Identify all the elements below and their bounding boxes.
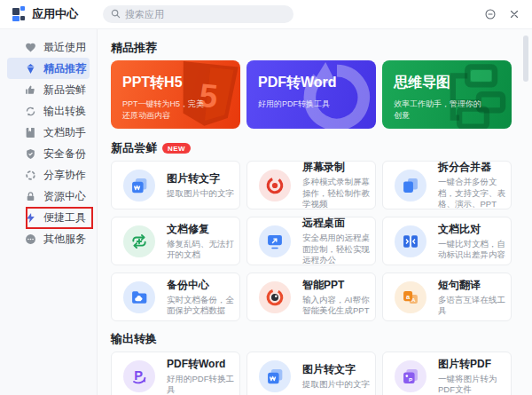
sidebar-item-fresh[interactable]: 新品尝鲜 — [7, 79, 90, 100]
sidebar-item-share[interactable]: 分享协作 — [7, 164, 90, 186]
app-center-window: 应用中心 最近使用 精品推荐 — [0, 0, 532, 395]
card-desc: 一键合并多份文档，支持文字、表格、演示、PPT — [438, 177, 505, 210]
app-card-screen-record[interactable]: 屏幕录制 多种模式录制屏幕操作，轻松制作教学视频 — [246, 161, 376, 209]
card-title: 图片转文字 — [302, 362, 370, 377]
card-title: 拆分合并器 — [438, 160, 505, 175]
sidebar-item-tools[interactable]: 便捷工具 — [7, 207, 90, 228]
card-desc: 安全易用的远程桌面控制，轻松实现远程办公 — [302, 233, 370, 266]
close-icon[interactable] — [509, 9, 520, 20]
sidebar-item-label: 资源中心 — [43, 189, 86, 204]
card-title: 图片转PDF — [438, 357, 505, 372]
sidebar-item-other[interactable]: 其他服务 — [7, 228, 90, 249]
sidebar-item-doc-helper[interactable]: 文档助手 — [7, 122, 90, 143]
sidebar-item-recent[interactable]: 最近使用 — [7, 36, 90, 58]
search-bar[interactable] — [103, 5, 293, 23]
gem-icon — [25, 63, 36, 75]
convert-icon — [25, 106, 36, 117]
app-card-doc-repair[interactable]: 文档修复 修复乱码、无法打开的文档 — [111, 217, 240, 265]
sidebar-item-label: 便捷工具 — [43, 210, 86, 225]
sidebar-item-label: 其他服务 — [43, 232, 86, 247]
app-card-image-to-text[interactable]: 图片转文字 提取图片中的文字 — [246, 352, 376, 395]
fresh-card-grid: 图片转文字 提取图片中的文字 屏幕录制 多种模式录制屏幕操作，轻松制作教学视频 … — [111, 161, 532, 321]
sidebar-item-convert[interactable]: 输出转换 — [7, 100, 90, 122]
sidebar-item-label: 最近使用 — [43, 40, 86, 55]
card-title: 远程桌面 — [302, 216, 370, 231]
split-merge-icon — [395, 170, 426, 201]
circle-minus-icon[interactable] — [484, 8, 497, 20]
window-controls — [484, 8, 520, 20]
translate-icon: aA — [395, 281, 426, 313]
search-input[interactable] — [125, 9, 286, 20]
card-title: 屏幕录制 — [302, 160, 370, 175]
banner-ppt-to-h5[interactable]: 5 PPT转H5 PPT一键转为H5，完美还原动画内容 — [111, 60, 240, 129]
card-desc: 输入内容，AI帮你智能美化生成PPT — [302, 295, 370, 317]
sidebar-item-backup[interactable]: 安全备份 — [7, 143, 90, 164]
circular-arrow-art — [300, 62, 374, 129]
main-area: 最近使用 精品推荐 新品尝鲜 输出转换 文档助手 安全备份 — [0, 29, 532, 395]
image-to-pdf-icon: P — [395, 360, 426, 392]
app-card-smart-ppt[interactable]: 智能PPT 输入内容，AI帮你智能美化生成PPT — [246, 273, 376, 321]
app-card-backup-center[interactable]: 备份中心 实时文档备份，全面保护文档数据 — [111, 273, 240, 321]
search-icon — [111, 6, 121, 22]
sidebar-item-featured[interactable]: 精品推荐 — [7, 58, 90, 79]
backup-folder-icon — [123, 281, 155, 313]
app-card-image-to-text[interactable]: 图片转文字 提取图片中的文字 — [111, 161, 240, 209]
banner-desc: 好用的PDF转换工具 — [258, 99, 347, 110]
app-card-phrase-translate[interactable]: aA 短句翻译 多语言互译在线工具 — [382, 273, 512, 321]
doc-compare-icon — [395, 225, 426, 257]
banner-title: 思维导图 — [394, 74, 501, 92]
remote-desktop-icon — [259, 225, 291, 257]
app-card-doc-compare[interactable]: 文档比对 一键比对文档，自动标识出差异内容 — [382, 217, 512, 265]
heart-icon — [25, 42, 36, 53]
title-bar: 应用中心 — [0, 0, 532, 29]
lock-icon — [25, 191, 36, 202]
app-card-pdf-to-word[interactable]: P PDF转Word 好用的PDF转换工具 — [111, 352, 240, 395]
section-title-output: 输出转换 — [111, 332, 532, 346]
svg-text:P: P — [409, 375, 412, 382]
card-title: 文档修复 — [167, 222, 234, 237]
sidebar-item-label: 文档助手 — [43, 125, 86, 140]
app-title: 应用中心 — [32, 6, 78, 22]
book-icon — [25, 127, 36, 138]
app-card-image-to-pdf[interactable]: P 图片转PDF 一键将图片转为PDF文件 — [382, 352, 512, 395]
content-area: 精品推荐 5 PPT转H5 PPT一键转为H5，完美还原动画内容 PDF转Wor… — [98, 29, 532, 395]
banner-mind-map[interactable]: 思维导图 效率工作助手，管理你的创意 — [382, 60, 512, 129]
pdf-to-word-icon: P — [123, 360, 155, 392]
sidebar-item-resource[interactable]: 资源中心 — [7, 186, 90, 207]
more-circle-icon — [25, 233, 36, 245]
sidebar: 最近使用 精品推荐 新品尝鲜 输出转换 文档助手 安全备份 — [0, 29, 98, 395]
card-title: 图片转文字 — [167, 171, 234, 186]
svg-text:P: P — [134, 368, 143, 383]
shield-icon — [25, 148, 36, 160]
card-desc: 提取图片中的文字 — [302, 379, 370, 391]
thumb-up-icon — [25, 84, 36, 96]
app-card-split-merge[interactable]: 拆分合并器 一键合并多份文档，支持文字、表格、演示、PPT — [382, 161, 512, 209]
card-desc: 多种模式录制屏幕操作，轻松制作教学视频 — [302, 177, 370, 210]
card-desc: 一键比对文档，自动标识出差异内容 — [438, 239, 505, 261]
banner-title: PPT转H5 — [122, 74, 230, 92]
output-card-grid: P PDF转Word 好用的PDF转换工具 图片转文字 提取图片中的文字 P — [111, 352, 532, 395]
card-title: 文档比对 — [438, 222, 505, 237]
smart-ppt-icon — [259, 281, 291, 313]
app-card-remote-desktop[interactable]: 远程桌面 安全易用的远程桌面控制，轻松实现远程办公 — [246, 217, 376, 265]
card-title: 短句翻译 — [438, 278, 505, 293]
image-to-text-icon — [259, 360, 291, 392]
new-badge: NEW — [162, 143, 191, 154]
sidebar-item-label: 精品推荐 — [43, 61, 86, 76]
banner-pdf-to-word[interactable]: PDF转Word 好用的PDF转换工具 — [246, 60, 376, 129]
doc-repair-icon — [123, 225, 155, 257]
card-desc: 多语言互译在线工具 — [438, 295, 505, 317]
lightning-icon — [25, 212, 36, 224]
banner-desc: 效率工作助手，管理你的创意 — [394, 99, 482, 122]
scrollbar-thumb[interactable] — [523, 36, 528, 82]
sidebar-item-label: 分享协作 — [43, 168, 86, 183]
card-desc: 好用的PDF转换工具 — [167, 374, 234, 395]
card-title: 智能PPT — [302, 278, 370, 293]
banner-desc: PPT一键转为H5，完美还原动画内容 — [122, 99, 211, 122]
screen-record-icon — [259, 170, 291, 201]
banner-title: PDF转Word — [258, 74, 365, 92]
card-title: PDF转Word — [167, 357, 234, 372]
app-logo-icon — [12, 8, 26, 21]
card-desc: 一键将图片转为PDF文件 — [438, 374, 505, 395]
section-title-fresh: 新品尝鲜 — [111, 141, 157, 155]
